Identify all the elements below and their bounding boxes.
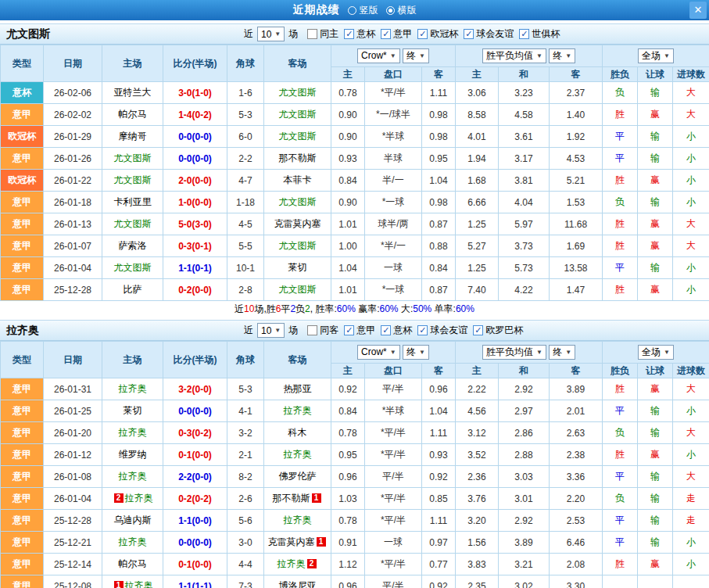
asian-away-odds: 0.88	[422, 235, 456, 257]
asian-home-odds: 0.84	[331, 170, 365, 192]
home-team: 维罗纳	[102, 444, 163, 466]
filter-checkbox[interactable]: ✓球会友谊	[464, 27, 514, 41]
checkbox-label: 同客	[320, 324, 338, 337]
filter-checkbox[interactable]: ✓意甲	[381, 27, 412, 41]
competition-type-badge: 意甲	[1, 488, 44, 510]
asian-away-odds: 1.11	[422, 510, 456, 532]
match-row: 意甲26-01-25莱切0-0(0-0)4-1拉齐奥0.84*半球1.044.5…	[1, 400, 709, 422]
final-odds-select[interactable]: 终▼	[549, 48, 575, 63]
corner-count: 2-8	[227, 279, 264, 301]
asian-away-odds: 0.85	[422, 488, 456, 510]
layout-vertical-radio[interactable]: 竖版	[348, 4, 378, 17]
match-date: 26-01-31	[44, 378, 102, 400]
checkbox-checked-icon[interactable]: ✓	[417, 325, 428, 335]
final-odds-select[interactable]: 终▼	[403, 345, 429, 360]
score: 0-2(0-0)	[163, 279, 227, 301]
filter-checkbox[interactable]: ✓意杯	[381, 324, 412, 337]
chevron-down-icon: ▼	[390, 349, 396, 356]
team-label: 拉齐奥	[119, 383, 147, 394]
filter-checkbox[interactable]: ✓球会友谊	[417, 324, 467, 337]
result-handicap	[638, 575, 673, 588]
match-row: 欧冠杯26-01-29摩纳哥0-0(0-0)6-0尤文图斯0.90*半球0.98…	[1, 126, 709, 148]
avg-draw-odds: 3.23	[499, 82, 550, 104]
avg-draw-odds: 2.92	[499, 510, 550, 532]
radio-checked-icon[interactable]	[386, 6, 395, 15]
checkbox-checked-icon[interactable]: ✓	[519, 29, 529, 39]
filter-checkbox[interactable]: 同主	[307, 27, 338, 41]
avg-draw-odds: 5.73	[499, 257, 550, 279]
score: 1-1(0-1)	[163, 257, 227, 279]
avg-draw-odds: 2.88	[499, 444, 550, 466]
corner-count: 4-5	[227, 213, 264, 235]
checkbox-checked-icon[interactable]: ✓	[381, 325, 391, 335]
corner-count: 3-2	[227, 422, 264, 444]
checkbox-checked-icon[interactable]: ✓	[344, 29, 354, 39]
team-label: 尤文图斯	[279, 196, 317, 207]
checkbox-checked-icon[interactable]: ✓	[381, 29, 391, 39]
asian-handicap: 半球	[365, 148, 422, 170]
filter-checkbox[interactable]: ✓世俱杯	[519, 27, 560, 41]
avg-home-odds: 6.66	[456, 192, 499, 213]
away-team: 拉齐奥2	[264, 554, 331, 575]
checkbox-checked-icon[interactable]: ✓	[344, 325, 354, 335]
asian-home-odds: 0.78	[331, 422, 365, 444]
checkbox-label: 同主	[320, 27, 338, 41]
chevron-down-icon: ▼	[390, 52, 396, 59]
away-team: 尤文图斯	[264, 235, 331, 257]
col-asian-away: 客	[422, 364, 456, 378]
chevron-down-icon: ▼	[536, 52, 542, 59]
radio-unchecked-icon[interactable]	[348, 6, 356, 15]
filter-checkbox[interactable]: 同客	[307, 324, 338, 337]
filter-checkbox[interactable]: ✓欧罗巴杯	[473, 324, 523, 337]
match-row: 意甲25-12-14帕尔马0-1(0-0)4-4拉齐奥21.12*平/半0.77…	[1, 554, 709, 575]
asian-handicap: 平/半	[365, 466, 422, 488]
away-team: 那不勒斯	[264, 148, 331, 170]
result-goals: 走	[673, 488, 709, 510]
filter-checkbox[interactable]: ✓欧冠杯	[417, 27, 458, 41]
layout-horizontal-radio[interactable]: 横版	[386, 4, 417, 17]
games-count-select[interactable]: 10▼	[257, 27, 285, 41]
odds-source-select[interactable]: Crow*▼	[357, 48, 400, 63]
avg-draw-odds: 3.21	[499, 554, 550, 575]
team-label: 帕尔马	[119, 109, 147, 120]
home-team: 尤文图斯	[102, 213, 163, 235]
match-date: 25-12-28	[44, 279, 102, 301]
filter-checkbox[interactable]: ✓意杯	[344, 27, 375, 41]
final-odds-select[interactable]: 终▼	[403, 48, 429, 63]
checkbox-unchecked-icon[interactable]	[307, 325, 317, 335]
col-away: 客场	[264, 342, 331, 378]
odds-source-select[interactable]: Crow*▼	[357, 345, 400, 360]
team-name: 拉齐奥	[6, 324, 39, 338]
checkbox-unchecked-icon[interactable]	[307, 29, 317, 39]
competition-type-badge: 意甲	[1, 554, 44, 575]
checkbox-checked-icon[interactable]: ✓	[464, 29, 474, 39]
result-handicap: 输	[638, 148, 673, 170]
checkbox-checked-icon[interactable]: ✓	[473, 325, 483, 335]
match-row: 意甲25-12-081拉齐奥1-1(1-1)7-3博洛尼亚0.96平/半0.92…	[1, 575, 709, 588]
avg-away-odds: 1.53	[550, 192, 603, 213]
filter-checkbox[interactable]: ✓意甲	[344, 324, 375, 337]
final-odds-select[interactable]: 终▼	[549, 345, 575, 360]
radio-vertical-label: 竖版	[360, 4, 378, 17]
corner-count: 2-6	[227, 488, 264, 510]
result-handicap: 赢	[638, 444, 673, 466]
result-handicap: 输	[638, 532, 673, 554]
col-avg-draw: 和	[499, 364, 550, 378]
score: 0-2(0-2)	[163, 488, 227, 510]
games-count-select[interactable]: 10▼	[257, 323, 285, 338]
near-label: 近	[244, 27, 253, 41]
checkbox-checked-icon[interactable]: ✓	[417, 29, 428, 39]
avg-odds-select[interactable]: 胜平负均值▼	[482, 48, 546, 63]
avg-odds-select[interactable]: 胜平负均值▼	[482, 345, 546, 360]
team-label: 拉齐奥	[119, 427, 147, 438]
team-label: 拉齐奥	[125, 493, 153, 504]
avg-away-odds: 5.21	[550, 170, 603, 192]
close-icon[interactable]: ✕	[689, 2, 707, 19]
league-filter-checkboxes: 同主✓意杯✓意甲✓欧冠杯✓球会友谊✓世俱杯	[302, 27, 560, 41]
asian-home-odds: 0.84	[331, 400, 365, 422]
league-filter-checkboxes: 同客✓意甲✓意杯✓球会友谊✓欧罗巴杯	[302, 324, 523, 337]
scope-select[interactable]: 全场▼	[638, 345, 674, 360]
result-goals: 大	[673, 422, 709, 444]
scope-select[interactable]: 全场▼	[638, 48, 674, 63]
competition-type-badge: 意杯	[1, 82, 44, 104]
